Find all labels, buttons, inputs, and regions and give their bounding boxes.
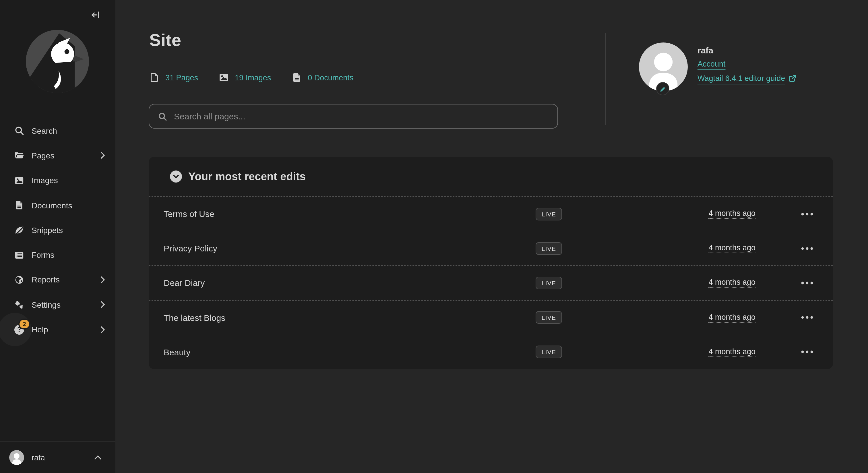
sidebar-user-menu[interactable]: rafa bbox=[0, 441, 115, 473]
account-link[interactable]: Account bbox=[698, 60, 725, 68]
sidebar-item-label: Settings bbox=[32, 300, 61, 309]
page-title-link[interactable]: Beauty bbox=[149, 347, 517, 357]
avatar bbox=[9, 450, 24, 465]
sidebar: Search Pages bbox=[0, 0, 115, 473]
ellipsis-icon bbox=[801, 350, 813, 354]
ellipsis-icon bbox=[801, 212, 813, 216]
table-row: The latest Blogs LIVE 4 months ago bbox=[149, 301, 833, 335]
wagtail-admin-dashboard: Search Pages bbox=[0, 0, 868, 473]
sidebar-item-label: Snippets bbox=[32, 226, 63, 235]
page-title: Site bbox=[149, 30, 181, 50]
sidebar-item-label: Search bbox=[32, 126, 57, 135]
panel-title: Your most recent edits bbox=[188, 170, 306, 183]
recent-edits-panel: Your most recent edits Terms of Use LIVE… bbox=[149, 157, 833, 369]
form-icon bbox=[14, 250, 24, 260]
main-content: Site 31 Pages bbox=[115, 0, 868, 473]
search-input[interactable] bbox=[173, 111, 557, 122]
table-row: Dear Diary LIVE 4 months ago bbox=[149, 266, 833, 301]
profile-username: rafa bbox=[698, 45, 796, 55]
edited-timestamp: 4 months ago bbox=[708, 244, 755, 253]
sidebar-item-search[interactable]: Search bbox=[0, 118, 115, 143]
chevron-up-icon bbox=[94, 455, 102, 460]
sidebar-nav: Search Pages bbox=[0, 118, 115, 342]
sidebar-item-label: Images bbox=[32, 176, 58, 185]
search-icon bbox=[158, 112, 167, 121]
header-divider bbox=[605, 33, 606, 125]
chevron-right-icon bbox=[100, 326, 105, 333]
sidebar-item-help[interactable]: ? 2 Help bbox=[0, 317, 115, 342]
status-badge: LIVE bbox=[536, 242, 562, 255]
sidebar-item-label: Documents bbox=[32, 201, 72, 210]
search-bar bbox=[149, 104, 558, 129]
ellipsis-icon bbox=[801, 247, 813, 250]
pages-count-link[interactable]: 31 Pages bbox=[165, 73, 198, 82]
page-title-link[interactable]: The latest Blogs bbox=[149, 313, 517, 322]
collapse-arrow-icon bbox=[91, 10, 101, 20]
profile-block: rafa Account Wagtail 6.4.1 editor guide bbox=[639, 42, 796, 96]
documents-count-link[interactable]: 0 Documents bbox=[308, 73, 353, 82]
site-summary-stats: 31 Pages 19 Images bbox=[149, 72, 353, 83]
sidebar-item-reports[interactable]: Reports bbox=[0, 267, 115, 292]
edited-timestamp: 4 months ago bbox=[708, 347, 755, 357]
status-badge: LIVE bbox=[536, 311, 562, 324]
wagtail-logo bbox=[26, 30, 89, 93]
page-title-link[interactable]: Dear Diary bbox=[149, 278, 517, 288]
chevron-right-icon bbox=[100, 276, 105, 284]
stat-pages: 31 Pages bbox=[149, 72, 198, 83]
table-row: Terms of Use LIVE 4 months ago bbox=[149, 197, 833, 231]
edited-timestamp: 4 months ago bbox=[708, 313, 755, 322]
table-row: Privacy Policy LIVE 4 months ago bbox=[149, 231, 833, 266]
sidebar-item-label: Reports bbox=[32, 275, 60, 284]
sidebar-item-label: Help bbox=[32, 325, 48, 334]
panel-header: Your most recent edits bbox=[149, 157, 833, 197]
edited-timestamp: 4 months ago bbox=[708, 278, 755, 288]
cog-icon bbox=[14, 299, 24, 309]
status-badge: LIVE bbox=[536, 346, 562, 358]
footer-username: rafa bbox=[32, 453, 45, 462]
stat-documents: 0 Documents bbox=[291, 72, 353, 83]
collapse-panel-button[interactable] bbox=[170, 170, 182, 183]
sidebar-item-label: Pages bbox=[32, 151, 54, 160]
ellipsis-icon bbox=[801, 316, 813, 319]
chevron-right-icon bbox=[100, 152, 105, 159]
help-icon: ? 2 bbox=[14, 325, 24, 335]
row-actions-button[interactable] bbox=[801, 316, 813, 319]
globe-icon bbox=[14, 275, 24, 285]
image-icon bbox=[219, 72, 229, 83]
search-icon bbox=[14, 126, 24, 135]
ellipsis-icon bbox=[801, 281, 813, 285]
help-notification-badge: 2 bbox=[20, 319, 29, 328]
page-title-link[interactable]: Terms of Use bbox=[149, 209, 517, 219]
editor-guide-link[interactable]: Wagtail 6.4.1 editor guide bbox=[698, 74, 785, 83]
sidebar-item-forms[interactable]: Forms bbox=[0, 243, 115, 267]
document-icon bbox=[14, 200, 24, 210]
edited-timestamp: 4 months ago bbox=[708, 209, 755, 219]
sidebar-item-pages[interactable]: Pages bbox=[0, 143, 115, 168]
chevron-down-icon bbox=[173, 175, 179, 179]
document-icon bbox=[291, 72, 302, 83]
sidebar-item-images[interactable]: Images bbox=[0, 168, 115, 193]
sidebar-item-snippets[interactable]: Snippets bbox=[0, 218, 115, 243]
external-link-icon bbox=[788, 75, 796, 82]
snippet-icon bbox=[14, 225, 24, 235]
image-icon bbox=[14, 176, 24, 185]
row-actions-button[interactable] bbox=[801, 281, 813, 285]
status-badge: LIVE bbox=[536, 208, 562, 220]
folder-open-icon bbox=[14, 151, 24, 160]
stat-images: 19 Images bbox=[219, 72, 271, 83]
status-badge: LIVE bbox=[536, 277, 562, 289]
page-icon bbox=[149, 72, 160, 83]
edit-avatar-button[interactable] bbox=[656, 82, 670, 95]
sidebar-collapse-button[interactable] bbox=[90, 9, 102, 21]
table-row: Beauty LIVE 4 months ago bbox=[149, 335, 833, 369]
images-count-link[interactable]: 19 Images bbox=[235, 73, 271, 82]
row-actions-button[interactable] bbox=[801, 350, 813, 354]
sidebar-item-label: Forms bbox=[32, 250, 54, 259]
sidebar-item-documents[interactable]: Documents bbox=[0, 193, 115, 218]
row-actions-button[interactable] bbox=[801, 247, 813, 250]
pencil-icon bbox=[659, 85, 666, 92]
chevron-right-icon bbox=[100, 301, 105, 308]
page-title-link[interactable]: Privacy Policy bbox=[149, 244, 517, 253]
row-actions-button[interactable] bbox=[801, 212, 813, 216]
